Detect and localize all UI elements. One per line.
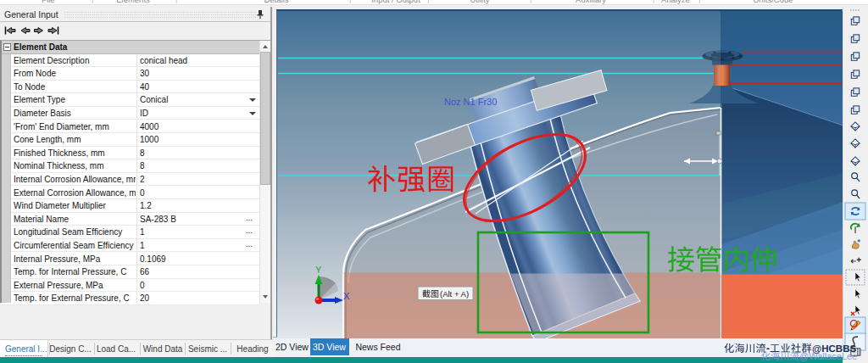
svg-text:Noz N1 Fr30: Noz N1 Fr30 [444,97,497,107]
svg-text:-: - [766,343,770,355]
svg-text:X: X [343,291,350,301]
svg-text:@WallaceLee: @WallaceLee [799,351,857,361]
svg-text:(Alt + A): (Alt + A) [440,289,469,299]
svg-text:Y: Y [315,265,322,275]
